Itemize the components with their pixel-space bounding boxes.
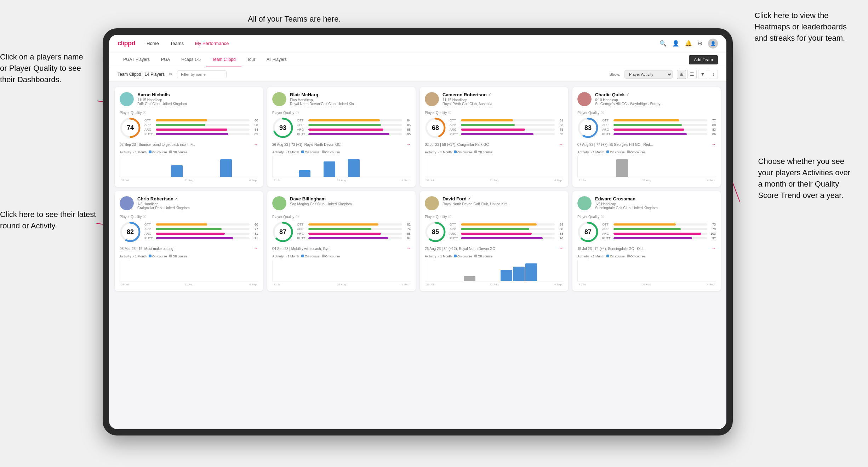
quality-circle-wrapper[interactable]: 87 [577, 221, 599, 243]
player-name[interactable]: David Ford ✓ [442, 196, 563, 201]
quality-circle-wrapper[interactable]: 93 [272, 117, 293, 138]
stat-row: ARG 83 [602, 128, 716, 131]
chart-label-end: 4 Sep [249, 179, 257, 182]
search-icon[interactable]: 🔍 [659, 40, 667, 47]
nav-performance[interactable]: My Performance [195, 39, 229, 47]
nav-logo[interactable]: clippd [118, 40, 135, 47]
chart-label-end: 4 Sep [707, 283, 714, 286]
stat-row: PUTT 86 [602, 132, 716, 136]
quality-circle-wrapper[interactable]: 83 [577, 117, 599, 138]
stat-bar [308, 237, 388, 239]
latest-round[interactable]: 07 Aug 23 | 77 (+7), St George's Hill GC… [577, 142, 716, 147]
latest-round[interactable]: 04 Sep 23 | Mobility with coach, Gym → [272, 246, 411, 251]
bell-icon[interactable]: 🔔 [685, 40, 692, 47]
chart-label-mid: 21 Aug [642, 283, 651, 286]
player-name[interactable]: Edward Crossman [595, 196, 716, 201]
filter-button[interactable]: ▼ [698, 70, 707, 79]
round-arrow-icon: → [406, 142, 411, 147]
subnav-hcaps[interactable]: Hcaps 1-5 [176, 52, 206, 67]
quality-circle-wrapper[interactable]: 82 [120, 221, 141, 243]
stat-bar-container [308, 228, 402, 230]
nav-home[interactable]: Home [147, 39, 159, 47]
player-name[interactable]: Cameron Robertson ✓ [442, 92, 563, 97]
stat-bar [308, 124, 381, 126]
round-text: 19 Jul 23 | 74 (+4), Sunningdale GC - Ol… [577, 247, 645, 251]
stat-row: PUTT 95 [297, 132, 411, 136]
chart-container [120, 260, 258, 281]
activity-title: Activity [425, 255, 436, 258]
player-card[interactable]: Cameron Robertson ✓ 11:15 Handicap Royal… [420, 87, 568, 187]
quality-circle-wrapper[interactable]: 74 [120, 117, 141, 138]
on-course-dot: On course [606, 255, 625, 258]
subnav-all-players[interactable]: All Players [261, 52, 292, 67]
chart-labels: 31 Jul 21 Aug 4 Sep [272, 283, 411, 286]
quality-circle-wrapper[interactable]: 85 [425, 221, 446, 243]
avatar-image [577, 196, 592, 210]
player-card[interactable]: Dave Billingham Sag Maging Golf Club, Un… [267, 191, 416, 291]
stat-value: 83 [709, 128, 716, 131]
add-team-button[interactable]: Add Team [689, 55, 718, 64]
latest-round[interactable]: 26 Aug 23 | 84 (+12), Royal North Devon … [425, 246, 563, 251]
subnav-pga[interactable]: PGA [155, 52, 176, 67]
grid-view-button[interactable]: ⊞ [677, 70, 686, 79]
quality-info-icon: ⓘ [296, 215, 299, 219]
subnav-tour[interactable]: Tour [241, 52, 261, 67]
latest-round[interactable]: 26 Aug 23 | 73 (+1), Royal North Devon G… [272, 142, 411, 147]
search-input[interactable] [177, 70, 227, 78]
activity-section: Activity · 1 Month On course Off course … [272, 255, 411, 286]
chart-bars [578, 156, 716, 177]
stat-value: 81 [251, 232, 258, 235]
player-card[interactable]: Charlie Quick ✓ 6:10 Handicap St. George… [572, 87, 721, 187]
player-card[interactable]: Blair McHarg Plus Handicap Royal North D… [267, 87, 416, 187]
stats-bars: OTT 61 APP 63 ARG 75 PU [450, 119, 563, 137]
quality-circle: 74 [120, 117, 141, 138]
player-card[interactable]: Chris Robertson ✓ 1-5 Handicap Craigmill… [115, 191, 263, 291]
sort-button[interactable]: ↕ [709, 70, 718, 79]
quality-circle-wrapper[interactable]: 68 [425, 117, 446, 138]
player-card[interactable]: Edward Crossman 1-5 Handicap Sunningdale… [572, 191, 721, 291]
latest-round[interactable]: 03 Mar 23 | 19, Must make putting → [120, 246, 258, 251]
settings-icon[interactable]: ⊕ [698, 40, 702, 47]
latest-round[interactable]: 02 Sep 23 | Sunrise round to get back in… [120, 142, 258, 147]
on-course-dot-color [301, 150, 304, 153]
player-card[interactable]: Aaron Nicholls 11:15 Handicap Drift Golf… [115, 87, 263, 187]
player-name[interactable]: Dave Billingham [290, 196, 411, 201]
stat-bar [613, 223, 676, 226]
edit-icon[interactable]: ✏ [169, 72, 173, 77]
stat-label: PUTT [297, 132, 307, 136]
quality-circle-wrapper[interactable]: 87 [272, 221, 293, 243]
player-info: Edward Crossman 1-5 Handicap Sunningdale… [595, 196, 716, 210]
player-name[interactable]: Aaron Nicholls [137, 92, 258, 97]
subnav-pgat[interactable]: PGAT Players [118, 52, 155, 67]
chart-label-end: 4 Sep [249, 283, 257, 286]
list-view-button[interactable]: ☰ [687, 70, 697, 79]
latest-round[interactable]: 19 Jul 23 | 74 (+4), Sunningdale GC - Ol… [577, 246, 716, 251]
player-card[interactable]: David Ford ✓ Royal North Devon Golf Club… [420, 191, 568, 291]
chart-label-end: 4 Sep [707, 179, 714, 182]
player-avatar [577, 92, 592, 106]
show-select[interactable]: Player Activity Quality Score Trend [624, 70, 673, 79]
stat-bar-container [156, 223, 250, 226]
player-name[interactable]: Charlie Quick ✓ [595, 92, 716, 97]
activity-period: · 1 Month [286, 150, 299, 154]
chart-label-mid: 21 Aug [642, 179, 651, 182]
quality-section: 87 OTT 82 APP 74 ARG [272, 221, 411, 243]
nav-teams[interactable]: Teams [170, 39, 184, 47]
stat-label: ARG [144, 232, 154, 235]
activity-period: · 1 Month [133, 150, 147, 154]
quality-info-icon: ⓘ [143, 110, 146, 115]
profile-icon[interactable]: 👤 [672, 40, 679, 47]
stat-bar [308, 129, 383, 131]
player-name[interactable]: Chris Robertson ✓ [137, 196, 258, 201]
stat-value: 80 [556, 227, 563, 231]
activity-title: Activity [272, 150, 284, 154]
latest-round[interactable]: 02 Jul 23 | 59 (+17), Craigmillar Park G… [425, 142, 563, 147]
stat-label: PUTT [602, 237, 612, 240]
subnav-team-clippd[interactable]: Team Clippd [206, 52, 241, 67]
player-name[interactable]: Blair McHarg [290, 92, 411, 97]
player-avatar [272, 92, 286, 106]
on-course-dot-color [606, 255, 609, 257]
off-course-dot: Off course [169, 255, 187, 258]
activity-header: Activity · 1 Month On course Off course [425, 255, 563, 258]
avatar[interactable]: 👤 [708, 39, 718, 49]
